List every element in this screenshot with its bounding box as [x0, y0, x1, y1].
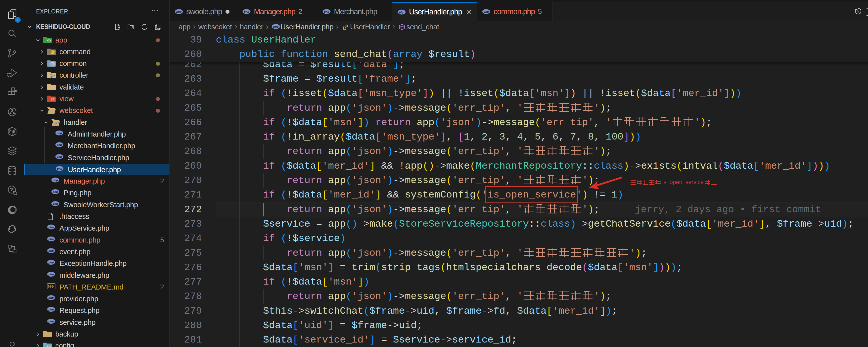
svg-text:php: php [48, 320, 54, 323]
svg-text:php: php [48, 237, 54, 240]
svg-text:php: php [48, 308, 54, 311]
svg-text:php: php [244, 10, 249, 13]
svg-text:php: php [48, 261, 54, 264]
svg-text:php: php [52, 179, 58, 181]
svg-text:php: php [48, 272, 54, 276]
svg-text:php: php [57, 143, 62, 146]
svg-text:php: php [176, 10, 182, 13]
svg-text:php: php [48, 296, 54, 299]
svg-text:php: php [324, 10, 329, 13]
svg-text:php: php [52, 202, 58, 205]
svg-text:php: php [57, 131, 62, 134]
svg-text:php: php [57, 167, 62, 170]
svg-text:php: php [399, 10, 404, 13]
svg-text:php: php [483, 10, 489, 13]
svg-text:php: php [52, 190, 58, 193]
svg-text:php: php [273, 25, 278, 28]
svg-text:php: php [48, 226, 54, 229]
svg-text:php: php [48, 249, 54, 252]
svg-text:php: php [57, 155, 62, 158]
